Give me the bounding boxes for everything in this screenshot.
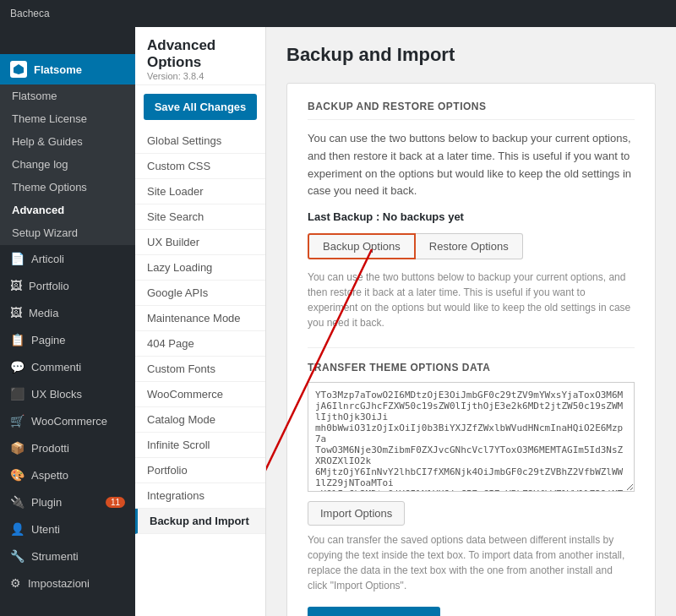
sidebar-item-commenti[interactable]: 💬Commenti	[0, 353, 135, 380]
nav-item-custom-css[interactable]: Custom CSS	[135, 154, 265, 179]
sidebar-item-help-guides[interactable]: Help & Guides	[0, 130, 135, 153]
sidebar-item-ux-blocks[interactable]: ⬛UX Blocks	[0, 380, 135, 407]
sidebar-item-woocommerce[interactable]: 🛒WooCommerce	[0, 407, 135, 434]
nav-item-catalog-mode[interactable]: Catalog Mode	[135, 407, 265, 433]
nav-item-404-page[interactable]: 404 Page	[135, 331, 265, 357]
nav-item-integrations[interactable]: Integrations	[135, 483, 265, 509]
sidebar-item-utenti[interactable]: 👤Utenti	[0, 515, 135, 542]
sidebar-item-media[interactable]: 🖼Media	[0, 299, 135, 326]
svg-marker-0	[14, 64, 24, 74]
brand-label: Flatsome	[34, 63, 82, 76]
nav-item-site-search[interactable]: Site Search	[135, 204, 265, 230]
backup-options-button[interactable]: Backup Options	[308, 233, 416, 259]
transfer-note: You can transfer the saved options data …	[308, 532, 635, 593]
nav-item-infinite-scroll[interactable]: Infinite Scroll	[135, 433, 265, 458]
last-backup-label: Last Backup : No backups yet	[308, 210, 635, 223]
note-text: You can use the two buttons below to bac…	[308, 270, 635, 330]
page-title: Backup and Import	[286, 44, 656, 66]
sidebar-brand[interactable]: Flatsome	[0, 54, 135, 84]
sidebar-item-portfolio[interactable]: 🖼Portfolio	[0, 272, 135, 299]
sidebar-item-strumenti[interactable]: 🔧Strumenti	[0, 542, 135, 570]
nav-item-ux-builder[interactable]: UX Builder	[135, 230, 265, 255]
sidebar-item-flatsome[interactable]: Flatsome	[0, 84, 135, 107]
sidebar-item-aspetto[interactable]: 🎨Aspetto	[0, 461, 135, 488]
admin-bar-item[interactable]: Bacheca	[10, 8, 50, 19]
sidebar-item-changelog[interactable]: Change log	[0, 153, 135, 176]
restore-options-button[interactable]: Restore Options	[416, 233, 523, 259]
sidebar-item-plugin[interactable]: 🔌Plugin 11	[0, 488, 135, 515]
sidebar-item-setup-wizard[interactable]: Setup Wizard	[0, 221, 135, 244]
sub-sidebar-save-button[interactable]: Save All Changes	[144, 94, 257, 120]
nav-item-google-apis[interactable]: Google APIs	[135, 281, 265, 306]
sub-sidebar-nav: Global Settings Custom CSS Site Loader S…	[135, 128, 265, 534]
sidebar-item-pagine[interactable]: 📋Pagine	[0, 326, 135, 353]
sidebar-item-prodotti[interactable]: 📦Prodotti	[0, 434, 135, 461]
sub-sidebar-header: Advanced Options Version: 3.8.4	[135, 27, 265, 85]
section-title-backup: BACKUP AND RESTORE OPTIONS	[308, 101, 635, 120]
nav-item-site-loader[interactable]: Site Loader	[135, 179, 265, 204]
import-options-button[interactable]: Import Options	[308, 501, 405, 526]
nav-item-backup-import[interactable]: Backup and Import	[135, 509, 265, 534]
sidebar-item-theme-options[interactable]: Theme Options	[0, 176, 135, 199]
nav-item-lazy-loading[interactable]: Lazy Loading	[135, 255, 265, 281]
nav-item-woocommerce[interactable]: WooCommerce	[135, 382, 265, 407]
transfer-title: TRANSFER THEME OPTIONS DATA	[308, 347, 635, 373]
nav-item-global-settings[interactable]: Global Settings	[135, 128, 265, 154]
nav-item-maintenance-mode[interactable]: Maintenance Mode	[135, 306, 265, 331]
transfer-data-textarea[interactable]	[308, 382, 635, 492]
sidebar-item-articoli[interactable]: 📄Articoli	[0, 244, 135, 272]
nav-item-custom-fonts[interactable]: Custom Fonts	[135, 357, 265, 382]
save-all-changes-button[interactable]: Save All Changes	[308, 607, 440, 616]
sidebar-item-impostazioni[interactable]: ⚙Impostazioni	[0, 570, 135, 597]
plugin-badge: 11	[106, 497, 125, 508]
sidebar-item-theme-license[interactable]: Theme License	[0, 107, 135, 130]
section-description: You can use the two buttons below to bac…	[308, 130, 635, 200]
sidebar-section-flatsome: Flatsome Theme License Help & Guides Cha…	[0, 84, 135, 244]
nav-item-portfolio[interactable]: Portfolio	[135, 458, 265, 483]
sidebar-item-advanced[interactable]: Advanced	[0, 199, 135, 221]
